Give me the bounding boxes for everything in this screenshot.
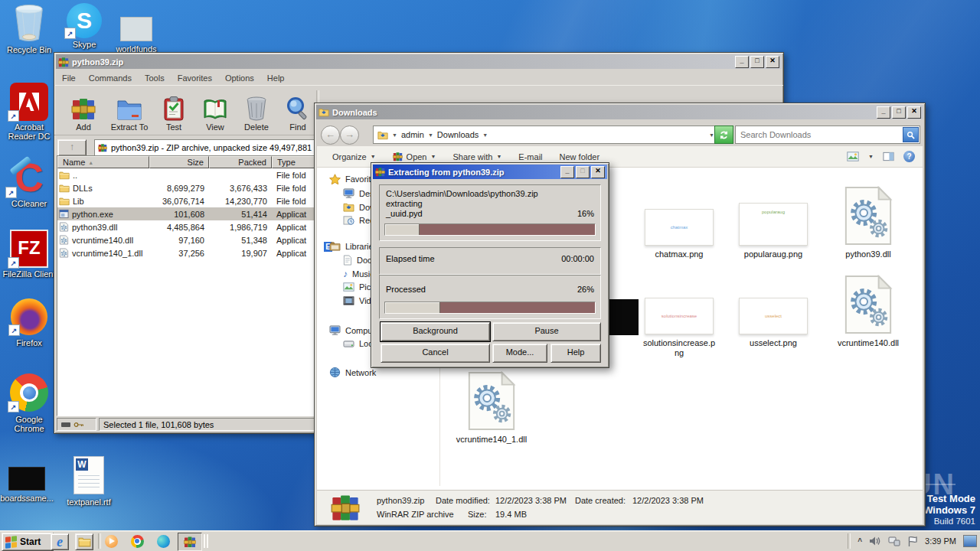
- taskbar-ie-icon[interactable]: e: [51, 533, 69, 550]
- maximize-button[interactable]: □: [892, 106, 906, 119]
- tray-separator: [848, 533, 851, 549]
- delete-button[interactable]: Delete: [235, 87, 278, 132]
- address-dropdown-icon[interactable]: ▼: [709, 132, 714, 138]
- key-icon: [74, 422, 84, 428]
- file-tile-python39-dll[interactable]: python39.dll: [830, 186, 906, 259]
- views-icon[interactable]: [847, 152, 859, 161]
- preview-pane-icon[interactable]: [883, 152, 894, 161]
- minimize-button[interactable]: _: [560, 166, 574, 178]
- winrar-title-bar[interactable]: python39.zip _ □ ✕: [56, 54, 782, 69]
- menu-help[interactable]: Help: [267, 73, 285, 83]
- desktop-icon-skype[interactable]: S ↗ Skype: [55, 3, 113, 49]
- forward-button[interactable]: →: [340, 126, 359, 145]
- maximize-button[interactable]: □: [750, 56, 764, 68]
- desktop-icon-textpanel[interactable]: W textpanel.rtf: [60, 456, 118, 507]
- menu-commands[interactable]: Commands: [89, 73, 132, 83]
- desktop-icon-boardssame[interactable]: boardssame...: [0, 467, 56, 503]
- desktop-icon-chrome[interactable]: ↗ Google Chrome: [0, 373, 58, 433]
- windows-flag-icon: [5, 536, 17, 549]
- desktop-icon-worldfunds[interactable]: worldfunds: [107, 17, 165, 54]
- help-icon[interactable]: ?: [903, 151, 915, 162]
- up-directory-button[interactable]: ↑: [57, 139, 87, 156]
- search-button[interactable]: [903, 127, 919, 142]
- taskbar-button-edge: [204, 534, 205, 548]
- file-tile-popularaug[interactable]: popularaug popularaug.png: [735, 186, 812, 259]
- menu-file[interactable]: File: [62, 73, 76, 83]
- sidebar-item-network[interactable]: Network: [329, 367, 376, 378]
- action-center-flag-icon[interactable]: [907, 536, 918, 547]
- test-button[interactable]: Test: [152, 87, 195, 132]
- sidebar-item-music[interactable]: ♪ Music: [343, 269, 374, 279]
- background-button[interactable]: Background: [381, 322, 490, 341]
- column-header-size[interactable]: Size: [149, 156, 209, 168]
- desktop-icon-acrobat[interactable]: ↗ Acrobat Reader DC: [0, 83, 58, 141]
- desktop-icon-recycle-bin[interactable]: Recycle Bin: [0, 4, 58, 54]
- desktop-icon-ccleaner[interactable]: C ↗ CCleaner: [0, 158, 58, 208]
- column-header-packed[interactable]: Packed: [209, 156, 272, 168]
- search-input[interactable]: [739, 127, 903, 142]
- shortcut-arrow-icon: ↗: [8, 324, 20, 336]
- add-button[interactable]: Add: [62, 87, 105, 132]
- tray-chevron-icon[interactable]: ^: [858, 537, 862, 546]
- close-button[interactable]: ✕: [907, 106, 921, 119]
- winrar-menu-bar: File Commands Tools Favorites Options He…: [54, 70, 783, 85]
- volume-icon[interactable]: [869, 536, 881, 546]
- organize-button[interactable]: Organize▼: [326, 152, 382, 161]
- taskbar-clock[interactable]: 3:39 PM: [925, 536, 956, 546]
- file-tile-vcruntime140-1-dll[interactable]: vcruntime140_1.dll: [453, 371, 530, 445]
- taskbar-edge-icon[interactable]: [155, 533, 172, 549]
- network-icon[interactable]: [888, 536, 900, 546]
- breadcrumb-chevron-icon[interactable]: ▼: [428, 132, 433, 138]
- minimize-button[interactable]: _: [877, 106, 890, 119]
- refresh-button[interactable]: [714, 126, 733, 144]
- breadcrumb[interactable]: ▼ admin ▼ Downloads ▼ ▼: [373, 126, 719, 144]
- breadcrumb-chevron-icon[interactable]: ▼: [392, 132, 397, 138]
- breadcrumb-root[interactable]: admin: [401, 130, 424, 139]
- menu-tools[interactable]: Tools: [145, 73, 165, 83]
- minimize-button[interactable]: _: [735, 56, 749, 68]
- file-tile-solutionsincrease[interactable]: solutionsincrease solutionsincrease.png: [641, 275, 717, 358]
- mode-button[interactable]: Mode...: [492, 344, 547, 363]
- file-tile-usselect[interactable]: usselect usselect.png: [735, 275, 812, 348]
- new-folder-button[interactable]: New folder: [554, 152, 606, 161]
- search-box[interactable]: [735, 126, 920, 144]
- file-tile-chatmax[interactable]: chatmax chatmax.png: [641, 186, 717, 259]
- desktop-icon-firefox[interactable]: ↗ Firefox: [0, 298, 58, 347]
- action-label: extracting: [380, 199, 600, 209]
- dll-gear-icon: [841, 275, 895, 334]
- open-button[interactable]: Open▼: [387, 152, 443, 161]
- view-button[interactable]: View: [194, 87, 237, 132]
- search-icon: [906, 131, 915, 139]
- breadcrumb-current[interactable]: Downloads: [437, 130, 479, 139]
- share-with-button[interactable]: Share with▼: [446, 152, 508, 161]
- extract-to-button[interactable]: Extract To: [105, 87, 154, 132]
- taskbar-winrar-button[interactable]: [178, 533, 202, 551]
- back-button[interactable]: ←: [321, 126, 340, 145]
- taskbar-wmp-icon[interactable]: [103, 533, 119, 549]
- recent-places-icon: [343, 215, 354, 225]
- close-button[interactable]: ✕: [591, 166, 605, 178]
- taskbar-explorer-icon[interactable]: [75, 533, 93, 550]
- email-button[interactable]: E-mail: [512, 152, 548, 161]
- cancel-button[interactable]: Cancel: [381, 344, 490, 363]
- file-tile-vcruntime140-dll[interactable]: vcruntime140.dll: [830, 275, 906, 348]
- pause-button[interactable]: Pause: [492, 322, 601, 341]
- column-header-name[interactable]: Name▲: [57, 156, 149, 168]
- start-button[interactable]: Start: [2, 533, 54, 551]
- desktop-icon-filezilla[interactable]: FZ ↗ FileZilla Client: [0, 230, 58, 279]
- explorer-title-bar[interactable]: Downloads _ □ ✕: [316, 105, 923, 119]
- menu-options[interactable]: Options: [225, 73, 254, 83]
- taskbar-chrome-icon[interactable]: [129, 533, 145, 549]
- restore-button[interactable]: □: [576, 166, 590, 178]
- help-button[interactable]: Help: [550, 344, 601, 363]
- folder-icon: [59, 184, 70, 193]
- total-progress-fill: [385, 302, 440, 313]
- close-button[interactable]: ✕: [766, 56, 779, 68]
- views-dropdown-icon[interactable]: ▼: [868, 154, 874, 159]
- breadcrumb-chevron-icon[interactable]: ▼: [482, 132, 488, 138]
- dialog-title-bar[interactable]: Extracting from python39.zip _ □ ✕: [373, 165, 607, 179]
- find-button[interactable]: Find: [276, 87, 319, 132]
- show-desktop-button[interactable]: [963, 535, 977, 547]
- archive-address-field[interactable]: python39.zip - ZIP archive, unpacked siz…: [94, 139, 321, 156]
- menu-favorites[interactable]: Favorites: [178, 73, 212, 83]
